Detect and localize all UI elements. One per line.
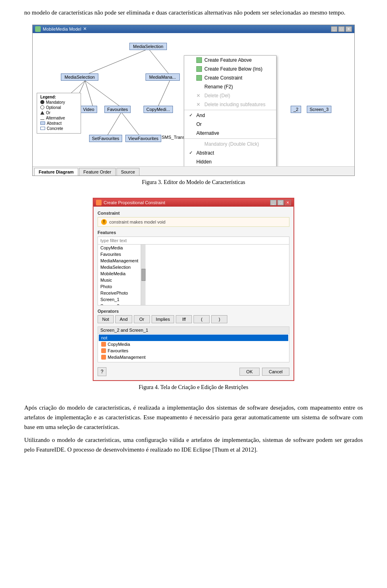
- menu-sep1: [184, 110, 276, 110]
- body-para-1: Após criação do modelo de característica…: [24, 403, 363, 432]
- menu-abstract[interactable]: Abstract: [184, 149, 276, 157]
- feature-item-screen1[interactable]: Screen_1: [98, 296, 141, 303]
- feature-item-favourites[interactable]: Favourites: [98, 251, 141, 257]
- intro-paragraph: no modelo de características não pode se…: [24, 8, 363, 17]
- feature-item-music[interactable]: Music: [98, 277, 141, 283]
- viewfav-node[interactable]: ViewFavourites: [125, 135, 161, 142]
- op-rparen-button[interactable]: ): [211, 315, 227, 323]
- legend-or: Or: [40, 111, 77, 115]
- features-filter-input[interactable]: [98, 237, 289, 245]
- op-not-button[interactable]: Not: [98, 315, 114, 323]
- dialog-body: Constraint ! constraint makes model void…: [94, 207, 293, 380]
- result-copymedia-text: CopyMedia: [108, 342, 130, 347]
- result-item-not[interactable]: not: [99, 335, 288, 341]
- root-node[interactable]: MediaSelection: [129, 43, 167, 50]
- feature-item-mediamanagement[interactable]: MediaManagement: [98, 257, 141, 264]
- delete-icon: ✕: [196, 93, 202, 98]
- operators-section-label: Operators: [98, 309, 289, 314]
- setfav-node[interactable]: SetFavourites: [89, 135, 122, 142]
- menu-hidden[interactable]: Hidden: [184, 157, 276, 166]
- figure3-container: MobileMedia Model ✕ _ □ ✕: [24, 25, 363, 192]
- op-or-button[interactable]: Or: [134, 315, 150, 323]
- figure4-container: Create Propositional Constraint _ □ ✕ Co…: [24, 198, 363, 397]
- tab-source[interactable]: Source: [117, 168, 139, 176]
- result-item-favourites[interactable]: Favourites: [99, 347, 288, 354]
- figure3-caption: Figura 3. Editor do Modelo de Caracterís…: [142, 179, 245, 186]
- op-iff-button[interactable]: Iff: [176, 315, 192, 323]
- help-button[interactable]: ?: [98, 367, 106, 376]
- svg-line-6: [158, 81, 170, 107]
- feature-item-copymedia[interactable]: CopyMedia: [98, 245, 141, 251]
- op-implies-button[interactable]: Implies: [152, 315, 175, 323]
- dialog-controls: _ □ ✕: [270, 200, 291, 205]
- media-selection-node[interactable]: MediaSelection: [61, 73, 98, 81]
- diagram-content: MediaSelection MediaSelection MediaMana.…: [33, 33, 354, 176]
- svg-line-7: [107, 112, 121, 136]
- constraint-dialog[interactable]: Create Propositional Constraint _ □ ✕ Co…: [93, 198, 294, 381]
- feature-item-screen2[interactable]: Screen_2: [98, 303, 141, 305]
- feature-item-receivephoto[interactable]: ReceivePhoto: [98, 290, 141, 296]
- feature-item-mediaselection[interactable]: MediaSelection: [98, 264, 141, 270]
- concrete-icon: [40, 127, 45, 130]
- features-scrollbar[interactable]: [141, 245, 146, 305]
- menu-create-constraint-label: Create Constraint: [204, 75, 242, 81]
- svg-line-0: [85, 50, 146, 75]
- video-node[interactable]: Video: [80, 106, 97, 113]
- features-section-label: Features: [98, 230, 289, 235]
- cancel-button[interactable]: Cancel: [262, 368, 289, 376]
- or-icon: [40, 111, 44, 115]
- window-close-button[interactable]: ✕: [345, 26, 352, 32]
- legend-title: Legend:: [40, 95, 77, 99]
- feature-item-photo[interactable]: Photo: [98, 283, 141, 290]
- result-item-mediamanagement[interactable]: MediaManagement: [99, 354, 288, 360]
- menu-create-below[interactable]: Create Feature Below (Ins): [184, 65, 276, 73]
- constraint-result-list[interactable]: not CopyMedia Favourites MediaManagement: [98, 334, 289, 362]
- scrollbar-thumb[interactable]: [141, 269, 146, 281]
- menu-create-above[interactable]: Create Feature Above: [184, 56, 276, 65]
- op-lparen-button[interactable]: (: [194, 315, 210, 323]
- figure4-caption: Figura 4. Tela de Criação e Edição de Re…: [139, 384, 248, 391]
- menu-rename[interactable]: Rename (F2): [184, 82, 276, 91]
- maximize-button[interactable]: □: [338, 26, 345, 32]
- svg-line-8: [121, 112, 139, 136]
- media-management-node[interactable]: MediaMana...: [146, 73, 180, 81]
- menu-create-constraint[interactable]: Create Constraint: [184, 73, 276, 82]
- operators-section: Operators Not And Or Implies Iff ( ): [98, 309, 289, 323]
- diagram-area[interactable]: MediaSelection MediaSelection MediaMana.…: [33, 33, 354, 166]
- menu-alternative-label: Alternative: [196, 130, 219, 136]
- legend-abstract: Abstract: [40, 121, 77, 126]
- screen2-node[interactable]: _2: [291, 106, 301, 113]
- ok-button[interactable]: OK: [239, 368, 260, 376]
- tab-feature-diagram[interactable]: Feature Diagram: [34, 168, 78, 176]
- close-tab-icon[interactable]: ✕: [83, 26, 87, 31]
- menu-alternative[interactable]: Alternative: [184, 129, 276, 138]
- result-item-copymedia[interactable]: CopyMedia: [99, 341, 288, 347]
- menu-mandatory-label: Mandatory (Double Click): [204, 141, 259, 147]
- optional-icon: [40, 105, 44, 109]
- context-menu[interactable]: Create Feature Above Create Feature Belo…: [184, 55, 277, 166]
- dialog-titlebar-left: Create Propositional Constraint: [96, 200, 165, 205]
- dialog-close-button[interactable]: ✕: [285, 200, 291, 205]
- dialog-minimize-button[interactable]: _: [270, 200, 277, 205]
- menu-and[interactable]: And: [184, 111, 276, 120]
- dialog-titlebar: Create Propositional Constraint _ □ ✕: [94, 199, 293, 207]
- menu-create-below-label: Create Feature Below (Ins): [204, 66, 262, 72]
- favourites-node[interactable]: Favourites: [104, 106, 131, 113]
- menu-or[interactable]: Or: [184, 120, 276, 129]
- tab-feature-order[interactable]: Feature Order: [79, 168, 116, 176]
- copymedia-result-icon: [101, 342, 106, 347]
- op-and-button[interactable]: And: [115, 315, 132, 323]
- titlebar-left: MobileMedia Model ✕: [35, 26, 87, 32]
- feature-item-mobilemedia[interactable]: MobileMedia: [98, 270, 141, 277]
- menu-create-above-label: Create Feature Above: [204, 57, 252, 63]
- menu-hidden-label: Hidden: [196, 159, 212, 165]
- features-list[interactable]: CopyMedia Favourites MediaManagement Med…: [98, 245, 141, 305]
- minimize-button[interactable]: _: [331, 26, 337, 32]
- screen3-node[interactable]: Screen_3: [307, 106, 331, 113]
- body-text-section: Após criação do modelo de característica…: [24, 403, 363, 454]
- mandatory-icon: [40, 100, 44, 104]
- dialog-maximize-button[interactable]: □: [277, 200, 284, 205]
- menu-delete: ✕ Delete (Del): [184, 91, 276, 100]
- dialog-action-buttons: OK Cancel: [239, 368, 289, 376]
- copymedia-node[interactable]: CopyMedi...: [144, 106, 173, 113]
